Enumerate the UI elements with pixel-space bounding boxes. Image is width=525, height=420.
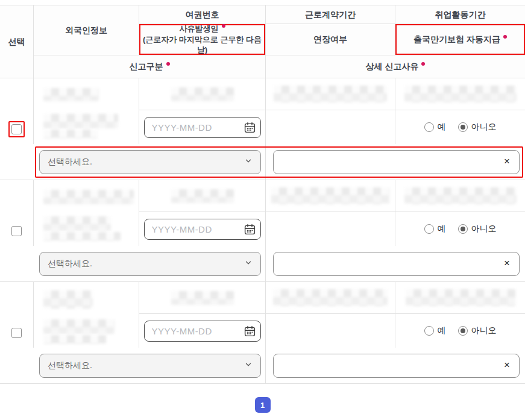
insurance-radio-group: 예 아니오 <box>424 122 497 133</box>
radio-yes-icon[interactable] <box>424 326 434 336</box>
row-checkbox[interactable] <box>11 328 22 338</box>
radio-yes-label: 예 <box>438 224 446 234</box>
contract-period-cell <box>265 78 395 110</box>
chevron-down-icon <box>244 157 253 167</box>
row-select-cell <box>0 180 33 281</box>
radio-no[interactable]: 아니오 <box>458 224 497 234</box>
table-row: 예 아니오 선택하세요. <box>0 78 525 180</box>
report-type-cell: 선택하세요. <box>33 246 265 281</box>
table-row: 예 아니오 선택하세요. <box>0 180 525 281</box>
header-activity-period: 취업활동기간 <box>395 5 525 24</box>
reason-date-cell <box>139 110 265 144</box>
redacted-id <box>43 114 118 128</box>
foreigner-info-cell <box>33 78 139 144</box>
radio-yes[interactable]: 예 <box>424 122 446 133</box>
radio-no-icon[interactable] <box>458 122 468 132</box>
contract-period-cell <box>265 180 395 212</box>
redacted-id <box>43 216 111 231</box>
redacted-passport <box>171 87 234 101</box>
redacted-passport <box>171 291 234 305</box>
radio-no-label: 아니오 <box>471 122 497 133</box>
header-contract-period: 근로계약기간 <box>265 5 395 24</box>
chevron-down-icon <box>244 259 253 269</box>
contract-period-cell <box>265 282 395 313</box>
header-foreigner-info: 외국인정보 <box>33 5 139 55</box>
header-select: 선택 <box>0 5 33 78</box>
radio-yes[interactable]: 예 <box>424 325 446 336</box>
header-report-reason-detail-label: 상세 신고사유 <box>366 61 419 71</box>
detail-reason-cell: × <box>265 348 525 383</box>
redacted-activity-period <box>406 289 515 306</box>
report-type-select[interactable]: 선택하세요. <box>39 252 261 276</box>
row-select-cell <box>0 282 33 383</box>
checkbox-highlight-box <box>8 121 25 137</box>
detail-reason-cell: × <box>265 246 525 281</box>
header-report-reason-detail: 상세 신고사유 <box>265 55 525 78</box>
header-report-type: 신고구분 <box>33 55 265 78</box>
clear-x-icon[interactable]: × <box>500 257 514 270</box>
detail-reason-input[interactable] <box>273 354 520 378</box>
required-dot-icon <box>166 62 170 66</box>
header-reason-date-label: 사유발생일 <box>180 24 219 33</box>
radio-yes-label: 예 <box>438 325 446 336</box>
row-checkbox[interactable] <box>11 124 22 134</box>
redacted-contract-period <box>271 187 389 204</box>
table-row: 예 아니오 선택하세요. <box>0 281 525 383</box>
passport-no-cell <box>139 282 265 313</box>
reason-date-cell <box>139 212 265 246</box>
radio-no-label: 아니오 <box>471 325 497 336</box>
table-header: 선택 외국인정보 여권번호 사유발생일 (근로자가 마지막으로 근무한 다음날)… <box>0 5 525 78</box>
report-type-select-value: 선택하세요. <box>48 360 92 371</box>
redacted-id-line2 <box>43 232 121 241</box>
redacted-name <box>43 88 99 101</box>
header-departure-insurance: 출국만기보험 자동지급 <box>395 24 525 55</box>
report-type-cell: 선택하세요. <box>33 348 265 383</box>
detail-reason-input[interactable] <box>273 252 520 276</box>
pagination-page-1-button[interactable]: 1 <box>255 397 271 413</box>
header-departure-insurance-label: 출국만기보험 자동지급 <box>413 34 500 44</box>
header-passport-no: 여권번호 <box>139 5 265 24</box>
radio-no[interactable]: 아니오 <box>458 122 497 133</box>
foreigner-info-cell <box>33 180 139 246</box>
header-reason-date-note: (근로자가 마지막으로 근무한 다음날) <box>139 34 265 55</box>
required-dot-icon <box>421 62 425 66</box>
header-reason-date: 사유발생일 (근로자가 마지막으로 근무한 다음날) <box>139 24 265 55</box>
activity-period-cell <box>395 180 525 212</box>
radio-yes-icon[interactable] <box>424 122 434 132</box>
activity-period-cell <box>395 78 525 110</box>
calendar-icon[interactable] <box>244 223 256 236</box>
chevron-down-icon <box>244 360 253 371</box>
foreigner-info-cell <box>33 282 139 348</box>
radio-no-icon[interactable] <box>458 224 468 234</box>
departure-insurance-cell: 예 아니오 <box>395 212 525 246</box>
detail-reason-cell: × <box>265 144 525 180</box>
foreign-worker-report-form: 선택 외국인정보 여권번호 사유발생일 (근로자가 마지막으로 근무한 다음날)… <box>0 0 525 420</box>
radio-yes-icon[interactable] <box>424 224 434 234</box>
report-type-cell: 선택하세요. <box>33 144 265 180</box>
extension-status-cell <box>265 212 395 246</box>
redacted-name <box>43 290 93 309</box>
passport-no-cell <box>139 78 265 110</box>
detail-reason-input[interactable] <box>273 150 520 174</box>
extension-status-cell <box>265 110 395 144</box>
report-table: 선택 외국인정보 여권번호 사유발생일 (근로자가 마지막으로 근무한 다음날)… <box>0 5 525 384</box>
calendar-icon[interactable] <box>244 325 256 337</box>
activity-period-cell <box>395 282 525 313</box>
calendar-icon[interactable] <box>244 121 256 134</box>
row-checkbox[interactable] <box>11 226 22 236</box>
radio-no-icon[interactable] <box>458 326 468 336</box>
reason-date-cell <box>139 313 265 348</box>
radio-no-label: 아니오 <box>471 224 497 234</box>
clear-x-icon[interactable]: × <box>500 359 514 372</box>
passport-no-cell <box>139 180 265 212</box>
clear-x-icon[interactable]: × <box>500 155 514 168</box>
header-extension-status: 연장여부 <box>265 24 395 55</box>
redacted-id-line2 <box>43 335 106 344</box>
radio-no[interactable]: 아니오 <box>458 325 497 336</box>
insurance-radio-group: 예 아니오 <box>424 224 497 234</box>
row-select-cell <box>0 78 33 180</box>
departure-insurance-cell: 예 아니오 <box>395 313 525 348</box>
radio-yes[interactable]: 예 <box>424 224 446 234</box>
report-type-select[interactable]: 선택하세요. <box>39 354 261 378</box>
report-type-select[interactable]: 선택하세요. <box>39 150 261 174</box>
